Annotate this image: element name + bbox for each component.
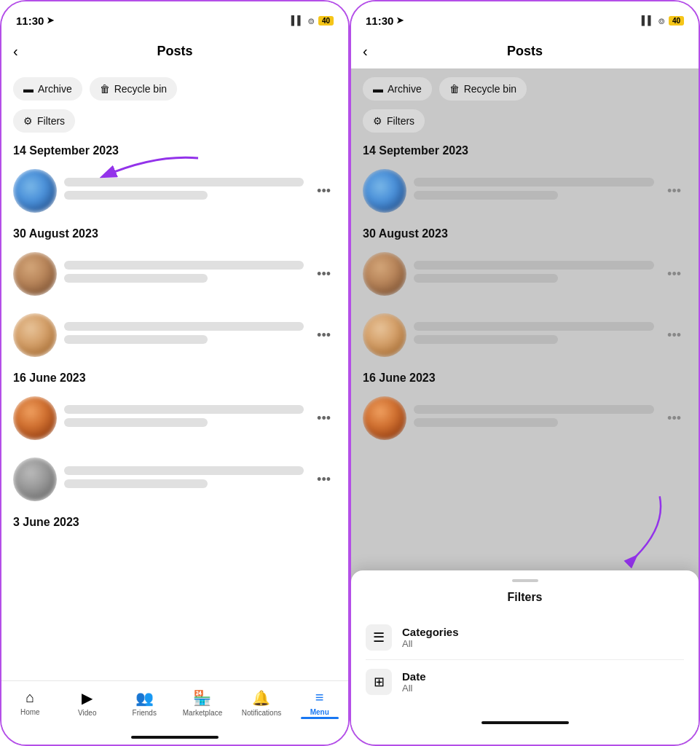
post-more-dots[interactable]: ••• (661, 264, 687, 285)
top-filter-row-left: ▬ Archive 🗑 Recycle bin (13, 77, 337, 101)
content-area-left: ▬ Archive 🗑 Recycle bin ⚙ Filters 14 Sep… (1, 68, 348, 680)
post-thumb (13, 252, 57, 296)
post-more-dots[interactable]: ••• (661, 181, 687, 202)
recycle-bin-button-left[interactable]: 🗑 Recycle bin (90, 77, 177, 101)
post-line-short (414, 274, 558, 283)
filters-label-right: Filters (387, 115, 414, 127)
nav-friends-label: Friends (133, 709, 157, 717)
post-line-short (414, 418, 558, 427)
trash-icon-left: 🗑 (100, 83, 110, 95)
nav-video-left[interactable]: ▶ Video (68, 689, 106, 717)
thumb-image (363, 396, 406, 440)
nav-menu-left[interactable]: ≡ Menu (301, 689, 339, 716)
categories-item[interactable]: ☰ Categories All (351, 616, 699, 659)
nav-friends-left[interactable]: 👥 Friends (125, 689, 163, 717)
section-date-1-left: 14 September 2023 (13, 144, 337, 157)
status-bar-left: 11:30 ➤ ▌▌ ⌾ 40 (1, 1, 348, 34)
post-line (414, 261, 654, 270)
top-filter-row-right: ▬ Archive 🗑 Recycle bin (363, 77, 687, 101)
location-icon-right: ➤ (396, 15, 404, 25)
post-line (414, 322, 654, 331)
status-icons-left: ▌▌ ⌾ 40 (291, 15, 334, 26)
home-icon: ⌂ (25, 689, 34, 706)
purple-arrow-annotation-right (611, 482, 684, 577)
recycle-label-left: Recycle bin (114, 83, 167, 95)
post-line (414, 405, 654, 414)
archive-label-left: Archive (38, 83, 72, 95)
recycle-bin-button-right[interactable]: 🗑 Recycle bin (439, 77, 527, 101)
archive-button-right[interactable]: ▬ Archive (363, 77, 432, 101)
post-more-dots[interactable]: ••• (661, 325, 687, 346)
post-content (64, 322, 304, 348)
page-title-right: Posts (507, 44, 543, 59)
categories-icon: ☰ (366, 624, 392, 651)
post-thumb (13, 458, 57, 501)
post-thumb (13, 169, 57, 213)
signal-icon-right: ▌▌ (642, 15, 654, 25)
nav-marketplace-left[interactable]: 🏪 Marketplace (183, 689, 222, 717)
post-more-dots[interactable]: ••• (661, 408, 687, 429)
page-header-right: ‹ Posts (351, 34, 699, 68)
thumb-image (13, 313, 57, 357)
nav-home-left[interactable]: ⌂ Home (11, 689, 49, 716)
post-line (64, 466, 304, 475)
post-content (414, 405, 654, 431)
post-thumb (363, 169, 406, 213)
date-text: Date All (402, 670, 426, 694)
archive-button-left[interactable]: ▬ Archive (13, 77, 82, 101)
post-item: ••• (13, 309, 337, 361)
post-line-short (64, 418, 208, 427)
post-content (64, 405, 304, 431)
post-line (64, 261, 304, 270)
post-item: ••• (13, 453, 337, 506)
post-thumb (13, 313, 57, 357)
post-line-short (414, 335, 558, 344)
section-date-3-right: 16 June 2023 (363, 372, 687, 385)
post-more-dots[interactable]: ••• (311, 325, 337, 346)
home-indicator-left (131, 736, 219, 739)
filters-button-left[interactable]: ⚙ Filters (13, 109, 75, 133)
post-more-dots[interactable]: ••• (311, 408, 337, 429)
post-line-short (64, 191, 208, 200)
post-content (414, 261, 654, 287)
home-indicator-sheet (481, 721, 569, 724)
section-date-1-right: 14 September 2023 (363, 144, 687, 157)
post-line (64, 178, 304, 186)
date-sub: All (402, 683, 426, 694)
thumb-image (363, 169, 406, 213)
post-more-dots[interactable]: ••• (311, 181, 337, 202)
content-area-right: ▬ Archive 🗑 Recycle bin ⚙ Filters 14 Sep… (351, 68, 699, 745)
filters-icon-right: ⚙ (373, 115, 382, 127)
location-icon: ➤ (47, 15, 54, 25)
wifi-icon-right: ⌾ (658, 15, 664, 26)
back-button-right[interactable]: ‹ (363, 43, 368, 60)
post-more-dots[interactable]: ••• (311, 264, 337, 285)
nav-notifications-label: Notifications (242, 709, 281, 717)
home-bar-sheet (351, 715, 699, 730)
post-thumb (363, 396, 406, 440)
archive-icon-left: ▬ (23, 83, 34, 95)
date-item[interactable]: ⊞ Date All (351, 660, 699, 704)
filters-button-right[interactable]: ⚙ Filters (363, 109, 425, 133)
wifi-icon-left: ⌾ (308, 15, 314, 26)
nav-home-label: Home (20, 708, 40, 716)
time-text-right: 11:30 (366, 15, 393, 27)
battery-left: 40 (318, 16, 334, 25)
post-line-short (64, 335, 208, 344)
page-header-left: ‹ Posts (1, 34, 348, 68)
filters-sheet: Filters ☰ Categories All ⊞ Date All (351, 570, 699, 745)
nav-marketplace-label: Marketplace (183, 709, 222, 717)
post-line-short (64, 479, 208, 488)
thumb-image (13, 458, 57, 501)
time-right: 11:30 ➤ (366, 15, 404, 27)
filters-row-left: ⚙ Filters (13, 109, 337, 133)
date-icon: ⊞ (366, 669, 392, 695)
video-icon: ▶ (82, 689, 93, 707)
page-title-left: Posts (157, 44, 192, 59)
home-bar-left (1, 730, 348, 745)
filters-icon-left: ⚙ (23, 115, 33, 127)
nav-notifications-left[interactable]: 🔔 Notifications (242, 689, 281, 717)
back-button-left[interactable]: ‹ (13, 43, 18, 60)
post-more-dots[interactable]: ••• (311, 469, 337, 490)
section-date-4-left: 3 June 2023 (13, 516, 337, 529)
